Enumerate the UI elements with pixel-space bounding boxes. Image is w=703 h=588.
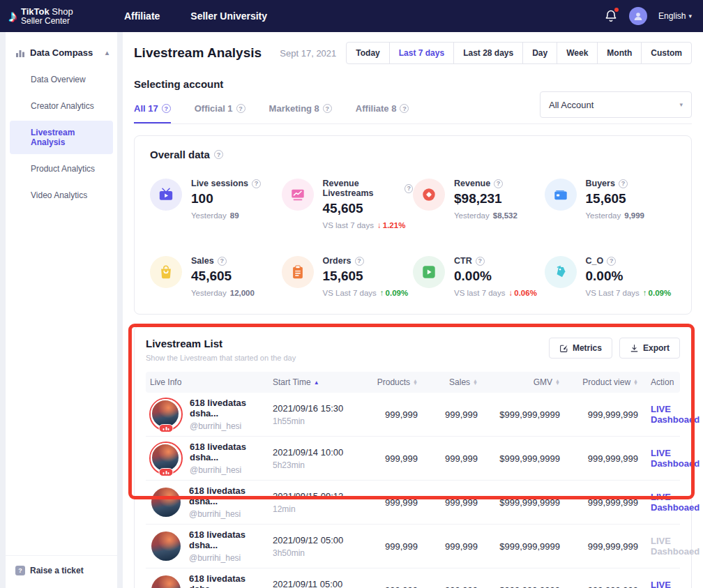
stat-label: C_O bbox=[586, 256, 604, 266]
stat-sub-label: VS Last 7 days bbox=[323, 289, 377, 297]
gmv-value: $999,999,9999 bbox=[478, 585, 560, 588]
nav-affiliate[interactable]: Affiliate bbox=[124, 10, 160, 22]
stat-sub-label: Yesterday bbox=[586, 211, 621, 220]
stat-value: 0.00% bbox=[454, 269, 537, 284]
help-icon[interactable]: ? bbox=[252, 179, 261, 188]
product-view-value: 999,999,999 bbox=[560, 409, 638, 420]
help-icon[interactable]: ? bbox=[494, 179, 503, 188]
logo-text: TikTok Shop Seller Center bbox=[21, 7, 73, 25]
question-icon: ? bbox=[15, 566, 25, 575]
range-today-button[interactable]: Today bbox=[346, 42, 389, 64]
stat-revenue-livestreams: Revenue Livestreams? 45,605 VS last 7 da… bbox=[282, 179, 414, 229]
sidebar-item-product-analytics[interactable]: Product Analytics bbox=[10, 157, 113, 181]
sidebar-item-livestream-analysis[interactable]: Livestream Analysis bbox=[10, 121, 113, 154]
notification-bell-icon[interactable] bbox=[604, 9, 618, 23]
range-month-button[interactable]: Month bbox=[597, 42, 642, 64]
coin-icon bbox=[413, 179, 445, 211]
arrow-up-icon: ↑ bbox=[380, 289, 384, 297]
live-tv-icon bbox=[150, 179, 182, 211]
sidebar-item-data-overview[interactable]: Data Overview bbox=[10, 68, 113, 91]
download-icon bbox=[630, 344, 639, 353]
help-icon[interactable]: ? bbox=[323, 104, 332, 113]
tab-marketing[interactable]: Marketing 8 ? bbox=[269, 103, 332, 123]
tab-official-label: Official 1 bbox=[195, 103, 233, 114]
col-action: Action bbox=[638, 377, 676, 387]
tab-affiliate[interactable]: Affiliate 8 ? bbox=[356, 103, 409, 123]
chevron-down-icon: ▾ bbox=[679, 101, 683, 108]
sidebar-group-data-compass[interactable]: Data Compass ▴ bbox=[6, 47, 117, 58]
streamer-handle: @burrihi_hesi bbox=[189, 509, 273, 519]
metrics-button[interactable]: Metrics bbox=[549, 338, 612, 359]
wallet-icon bbox=[545, 179, 577, 211]
stat-label: CTR bbox=[454, 256, 472, 266]
duration: 3h50min bbox=[273, 548, 358, 558]
streamer-avatar[interactable] bbox=[150, 574, 182, 588]
streamer-avatar[interactable] bbox=[150, 530, 182, 562]
raise-ticket[interactable]: ? Raise a ticket bbox=[6, 555, 117, 588]
help-icon[interactable]: ? bbox=[607, 257, 616, 266]
tab-all[interactable]: All 17 ? bbox=[134, 103, 171, 123]
help-icon[interactable]: ? bbox=[619, 179, 628, 188]
help-icon[interactable]: ? bbox=[400, 104, 409, 113]
live-dashboard-link[interactable]: LIVE Dashboaed bbox=[651, 580, 700, 588]
col-gmv[interactable]: GMV▲▼ bbox=[478, 377, 560, 387]
account-dropdown[interactable]: All Account ▾ bbox=[540, 91, 692, 118]
help-icon[interactable]: ? bbox=[162, 104, 171, 113]
account-tabs-row: All 17 ? Official 1 ? Marketing 8 ? Affi… bbox=[134, 91, 692, 124]
range-day-button[interactable]: Day bbox=[522, 42, 557, 64]
table-header: Live Info Start Time▲ Products▲▼ Sales▲▼… bbox=[146, 372, 680, 393]
tab-all-label: All 17 bbox=[134, 103, 158, 114]
col-start-time[interactable]: Start Time▲ bbox=[273, 377, 358, 387]
edit-icon bbox=[559, 344, 568, 353]
range-week-button[interactable]: Week bbox=[557, 42, 598, 64]
stat-sub-label: VS last 7 days bbox=[323, 221, 375, 229]
language-selector[interactable]: English ▾ bbox=[658, 11, 692, 21]
range-last7-button[interactable]: Last 7 days bbox=[389, 42, 454, 64]
help-icon[interactable]: ? bbox=[355, 257, 364, 266]
top-navigation: Affiliate Seller University bbox=[124, 10, 267, 22]
stat-c-o: C_O? 0.00% VS Last 7 days ↑0.09% bbox=[545, 256, 676, 297]
user-avatar[interactable] bbox=[629, 7, 647, 25]
help-icon[interactable]: ? bbox=[476, 257, 485, 266]
stat-value: 100 bbox=[191, 191, 261, 206]
help-icon[interactable]: ? bbox=[218, 257, 227, 266]
sales-value: 999,999 bbox=[418, 585, 478, 588]
delta-up: ↑0.09% bbox=[380, 289, 408, 297]
help-icon[interactable]: ? bbox=[236, 104, 245, 113]
export-button[interactable]: Export bbox=[619, 338, 680, 359]
sidebar-item-creator-analytics[interactable]: Creator Analytics bbox=[10, 94, 113, 118]
duration: 1h55min bbox=[273, 416, 358, 426]
live-badge-icon bbox=[159, 424, 174, 432]
live-dashboard-link[interactable]: LIVE Dashboaed bbox=[651, 492, 700, 513]
streamer-avatar-live[interactable] bbox=[149, 442, 183, 475]
delta-down: ↓1.21% bbox=[377, 221, 405, 229]
range-last28-button[interactable]: Last 28 days bbox=[453, 42, 523, 64]
live-dashboard-link[interactable]: LIVE Dashboaed bbox=[651, 404, 700, 425]
arrow-down-icon: ↓ bbox=[377, 221, 381, 229]
tiktok-shop-logo[interactable]: ♪ TikTok Shop Seller Center bbox=[0, 7, 117, 25]
streamer-avatar-live[interactable] bbox=[149, 398, 183, 431]
sidebar: Data Compass ▴ Data Overview Creator Ana… bbox=[6, 32, 117, 588]
raise-ticket-label: Raise a ticket bbox=[30, 566, 84, 575]
sales-value: 999,999 bbox=[418, 453, 478, 464]
col-sales[interactable]: Sales▲▼ bbox=[418, 377, 478, 387]
avatar-image bbox=[151, 532, 181, 561]
stream-title: 618 livedatas dsha... bbox=[189, 573, 273, 588]
current-date: Sept 17, 2021 bbox=[280, 48, 336, 59]
col-product-view[interactable]: Product view▲▼ bbox=[560, 377, 638, 387]
tab-official[interactable]: Official 1 ? bbox=[195, 103, 245, 123]
selecting-account-heading: Selecting account bbox=[134, 78, 692, 90]
sidebar-group-label: Data Compass bbox=[30, 47, 100, 58]
col-products[interactable]: Products▲▼ bbox=[358, 377, 418, 387]
help-icon[interactable]: ? bbox=[214, 150, 223, 159]
range-custom-button[interactable]: Custom bbox=[641, 42, 692, 64]
live-dashboard-link[interactable]: LIVE Dashboaed bbox=[651, 448, 700, 469]
table-row: 618 livedatas dsha... @burrihi_hesi 2021… bbox=[146, 481, 680, 525]
avatar-image bbox=[151, 575, 181, 588]
help-icon[interactable]: ? bbox=[405, 184, 413, 193]
sidebar-item-video-analytics[interactable]: Video Analytics bbox=[10, 183, 113, 207]
live-badge-icon bbox=[159, 468, 174, 476]
livestream-list-title: Livestream List bbox=[146, 338, 296, 349]
nav-seller-university[interactable]: Seller University bbox=[190, 10, 267, 22]
streamer-avatar[interactable] bbox=[150, 486, 182, 518]
